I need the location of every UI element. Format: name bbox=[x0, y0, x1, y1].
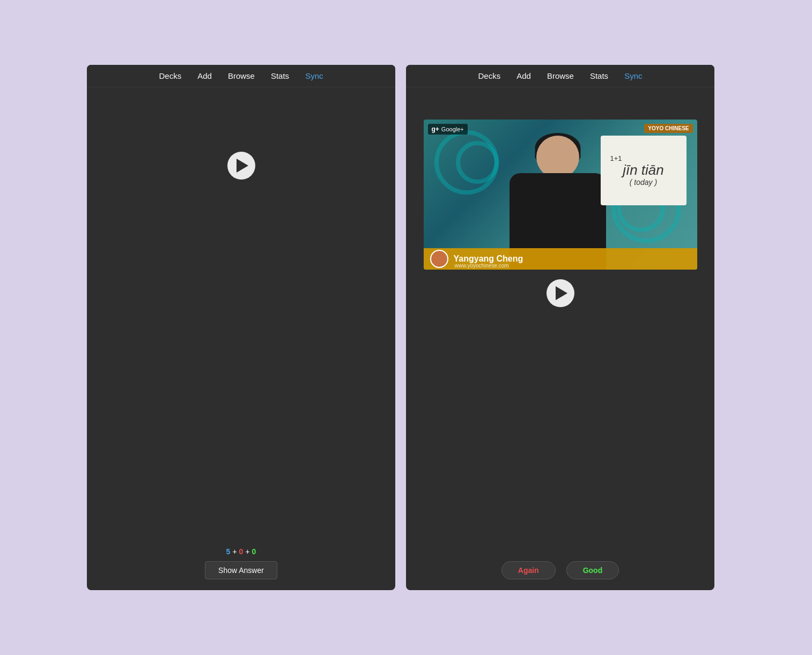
sign-math: 1+1 bbox=[610, 154, 622, 162]
score-red: 0 bbox=[239, 547, 243, 556]
right-play-button[interactable] bbox=[547, 279, 574, 307]
left-card-bottom: 5 + 0 + 0 Show Answer bbox=[205, 547, 277, 579]
score-plus-1: + bbox=[232, 547, 237, 556]
right-card-area: 1+1 jīn tiān ( today ) g+ Google+ YOYO C… bbox=[406, 87, 714, 590]
right-panel: Decks Add Browse Stats Sync bbox=[406, 65, 714, 590]
yoyo-badge-label: YOYO CHINESE bbox=[648, 125, 689, 131]
presenter-name-bar: Yangyang Cheng www.yoyochinese.com bbox=[424, 248, 697, 270]
nav-add-left[interactable]: Add bbox=[197, 71, 212, 80]
left-nav: Decks Add Browse Stats Sync bbox=[87, 65, 395, 87]
right-play-button-container bbox=[547, 279, 574, 307]
website-text: www.yoyochinese.com bbox=[455, 263, 509, 269]
sign-english-text: ( today ) bbox=[630, 178, 657, 187]
left-play-button[interactable] bbox=[227, 152, 255, 180]
nav-decks-right[interactable]: Decks bbox=[478, 71, 501, 80]
right-nav: Decks Add Browse Stats Sync bbox=[406, 65, 714, 87]
sign-chinese-text: jīn tiān bbox=[623, 162, 664, 178]
nav-stats-left[interactable]: Stats bbox=[271, 71, 289, 80]
answer-buttons: Again Good bbox=[501, 561, 619, 579]
score-blue: 5 bbox=[226, 547, 231, 556]
nav-stats-right[interactable]: Stats bbox=[590, 71, 608, 80]
google-g-icon: g+ bbox=[432, 125, 439, 133]
person-head bbox=[536, 136, 579, 178]
yoyo-badge: YOYO CHINESE bbox=[644, 124, 692, 133]
video-thumbnail[interactable]: 1+1 jīn tiān ( today ) g+ Google+ YOYO C… bbox=[424, 120, 697, 270]
google-badge-label: Google+ bbox=[441, 126, 464, 132]
chinese-sign: 1+1 jīn tiān ( today ) bbox=[601, 136, 686, 205]
score-row: 5 + 0 + 0 bbox=[226, 547, 256, 556]
nav-sync-right[interactable]: Sync bbox=[624, 71, 642, 80]
nav-add-right[interactable]: Add bbox=[516, 71, 531, 80]
google-badge: g+ Google+ bbox=[428, 124, 468, 135]
video-container: 1+1 jīn tiān ( today ) g+ Google+ YOYO C… bbox=[424, 120, 697, 270]
left-play-button-container bbox=[227, 152, 255, 180]
bg-circle-2 bbox=[456, 141, 499, 184]
right-play-icon bbox=[556, 286, 567, 300]
score-plus-2: + bbox=[245, 547, 249, 556]
show-answer-button[interactable]: Show Answer bbox=[205, 561, 277, 579]
score-green: 0 bbox=[252, 547, 256, 556]
presenter-avatar bbox=[430, 250, 448, 268]
nav-sync-left[interactable]: Sync bbox=[305, 71, 323, 80]
nav-browse-right[interactable]: Browse bbox=[547, 71, 574, 80]
nav-decks-left[interactable]: Decks bbox=[159, 71, 182, 80]
left-card-area: 5 + 0 + 0 Show Answer bbox=[87, 87, 395, 590]
good-button[interactable]: Good bbox=[566, 561, 619, 579]
left-play-icon bbox=[237, 159, 248, 173]
nav-browse-left[interactable]: Browse bbox=[228, 71, 255, 80]
left-panel: Decks Add Browse Stats Sync 5 + 0 + 0 bbox=[87, 65, 395, 590]
again-button[interactable]: Again bbox=[501, 561, 556, 579]
